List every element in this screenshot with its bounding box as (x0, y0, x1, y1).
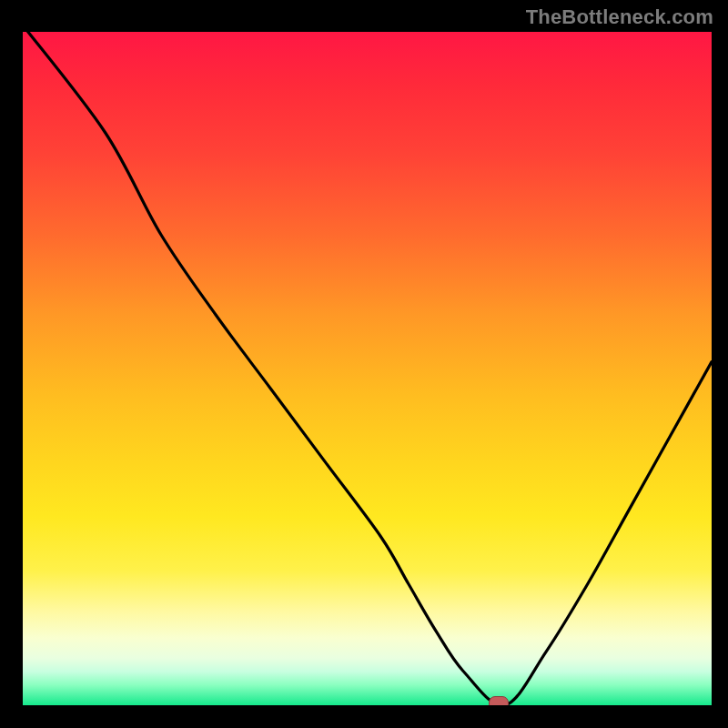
watermark-text: TheBottleneck.com (526, 5, 713, 29)
optimal-marker (489, 696, 509, 705)
bottleneck-curve (23, 32, 712, 705)
chart-frame: TheBottleneck.com (0, 0, 728, 728)
plot-area (23, 32, 712, 705)
